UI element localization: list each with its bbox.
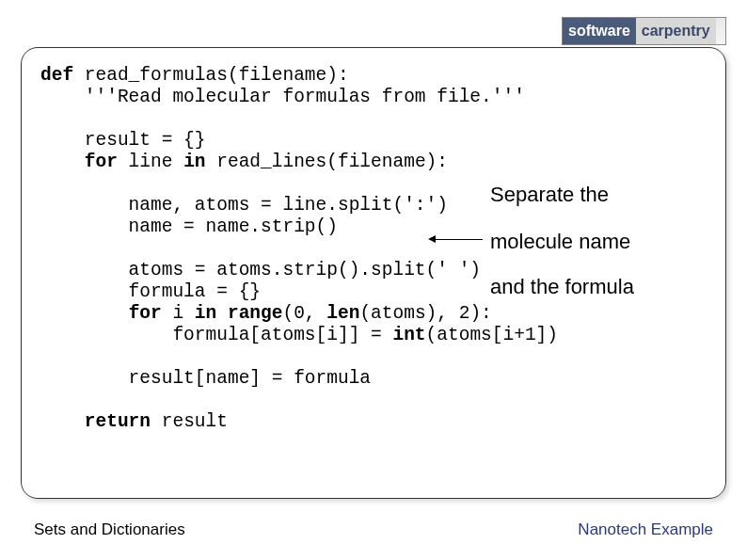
annotation-line1: Separate the — [490, 182, 609, 209]
code-line: '''Read molecular formulas from file.''' — [40, 87, 525, 107]
logo: software carpentry — [562, 17, 726, 45]
kw-int: int — [392, 325, 425, 345]
logo-right: carpentry — [636, 18, 716, 44]
kw-for: for — [85, 152, 118, 172]
code-line: result = {} — [40, 130, 206, 151]
code-line: i — [162, 303, 195, 324]
kw-in: in — [183, 152, 205, 172]
code-line: atoms = atoms.strip().split(' ') — [40, 260, 481, 280]
code-line: (atoms[i+1]) — [426, 325, 558, 345]
kw-for: for — [129, 303, 162, 324]
code-line: formula = {} — [40, 281, 261, 302]
code-line: name = name.strip() — [40, 216, 338, 237]
code-line: name, atoms = line.split(':') — [40, 195, 448, 216]
logo-left: software — [563, 18, 636, 44]
footer-right: Nanotech Example — [578, 520, 713, 539]
annotation-line3: and the formula — [490, 274, 634, 301]
kw-len: len — [326, 303, 359, 324]
code-line: read_formulas(filename): — [73, 65, 349, 86]
code-line: (0, — [282, 303, 326, 324]
annotation-line2: molecule name — [490, 229, 630, 256]
code-line: (atoms), 2): — [359, 303, 491, 324]
kw-range: range — [228, 303, 283, 324]
code-line: line — [118, 152, 183, 172]
code-line: result[name] = formula — [40, 368, 371, 389]
slide-content: def read_formulas(filename): '''Read mol… — [21, 47, 726, 499]
code-line: read_lines(filename): — [206, 152, 448, 172]
kw-def: def — [40, 65, 73, 86]
code-line — [40, 152, 85, 172]
arrow-line — [436, 239, 483, 240]
footer-left: Sets and Dictionaries — [34, 520, 185, 539]
code-line: result — [151, 411, 228, 432]
code-line — [216, 303, 228, 324]
kw-in: in — [195, 303, 216, 324]
kw-return: return — [85, 411, 151, 432]
code-line: formula[atoms[i]] = — [40, 325, 392, 345]
arrow-head-icon — [428, 235, 436, 243]
code-line — [40, 411, 85, 432]
code-line — [40, 303, 129, 324]
